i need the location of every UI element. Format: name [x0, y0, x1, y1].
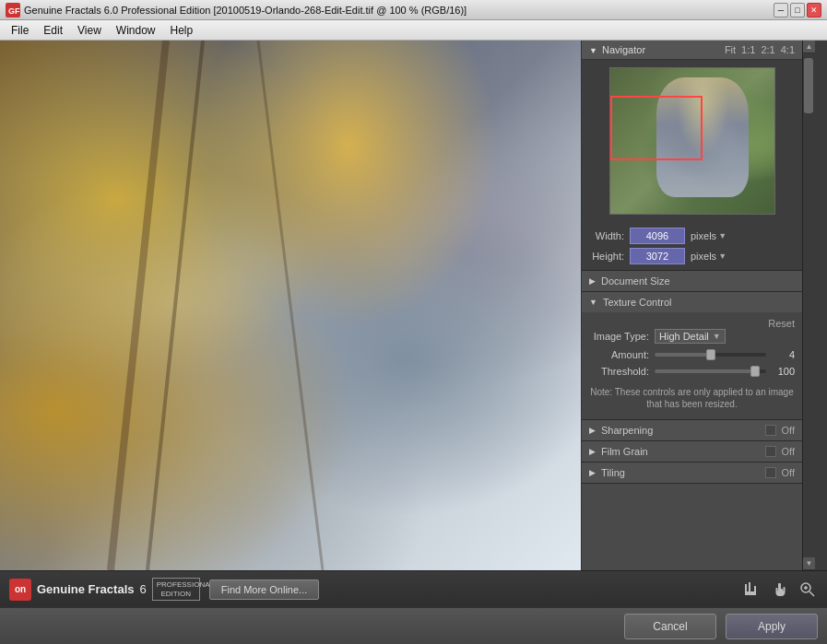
cancel-button[interactable]: Cancel — [624, 614, 716, 639]
sharpening-status: Off — [782, 425, 795, 436]
film-grain-status: Off — [782, 446, 795, 457]
document-size-icon: ▶ — [589, 276, 596, 286]
amount-slider[interactable] — [655, 353, 766, 357]
hand-icon[interactable] — [770, 580, 790, 600]
action-bar: Cancel Apply — [0, 607, 827, 644]
menu-window[interactable]: Window — [109, 22, 163, 39]
sharpening-title: Sharpening — [601, 425, 765, 436]
close-button[interactable]: ✕ — [807, 3, 821, 18]
brand-version: 6 — [139, 582, 146, 596]
texture-control-header[interactable]: ▼ Texture Control — [582, 292, 802, 312]
zoom-icon[interactable] — [797, 580, 818, 600]
zoom-2-1[interactable]: 2:1 — [761, 44, 774, 55]
threshold-label: Threshold: — [589, 366, 649, 377]
film-grain-toggle[interactable] — [765, 446, 776, 457]
menu-help[interactable]: Help — [163, 22, 201, 39]
document-size-header[interactable]: ▶ Document Size — [582, 271, 802, 291]
right-panel: ▼ Navigator Fit 1:1 2:1 4:1 Width: — [581, 41, 802, 570]
film-grain-icon: ▶ — [589, 447, 596, 456]
svg-text:GF: GF — [8, 6, 20, 16]
maximize-button[interactable]: □ — [790, 3, 805, 18]
tiling-section: ▶ Tiling Off — [582, 463, 802, 484]
reset-button[interactable]: Reset — [768, 318, 795, 329]
scroll-up-arrow[interactable]: ▲ — [803, 41, 815, 53]
width-label: Width: — [589, 230, 624, 241]
texture-control-title: Texture Control — [603, 297, 795, 308]
crop-icon[interactable] — [742, 580, 762, 600]
sharpening-section: ▶ Sharpening Off — [582, 420, 802, 441]
apply-button[interactable]: Apply — [726, 614, 818, 639]
window-title: Genuine Fractals 6.0 Professional Editio… — [24, 5, 774, 16]
threshold-thumb — [750, 366, 760, 377]
menu-edit[interactable]: Edit — [36, 22, 70, 39]
texture-control-section: ▼ Texture Control Reset Image Type: High… — [582, 292, 802, 420]
texture-note: Note: These controls are only applied to… — [589, 382, 795, 414]
navigator-collapse-icon: ▼ — [589, 46, 597, 53]
amount-thumb — [706, 349, 715, 360]
scroll-track[interactable] — [803, 53, 815, 557]
scroll-down-arrow[interactable]: ▼ — [803, 557, 815, 570]
sharpening-icon: ▶ — [589, 426, 596, 435]
main-layout: ▼ Navigator Fit 1:1 2:1 4:1 Width: — [0, 41, 827, 570]
image-type-arrow: ▼ — [713, 332, 721, 341]
minimize-button[interactable]: ─ — [774, 3, 788, 18]
edition-badge: PROFESSIONAL EDITION — [152, 578, 200, 601]
amount-label: Amount: — [589, 349, 649, 360]
zoom-1-1[interactable]: 1:1 — [741, 44, 755, 55]
svg-line-4 — [258, 41, 323, 570]
thumbnail-bird — [656, 77, 749, 197]
brand-logo: on Genuine Fractals 6 PROFESSIONAL EDITI… — [9, 578, 200, 601]
scroll-thumb — [804, 58, 813, 113]
width-unit: pixels ▼ — [691, 230, 727, 241]
width-row: Width: pixels ▼ — [589, 228, 795, 244]
navigator-zoom-options: Fit 1:1 2:1 4:1 — [725, 44, 795, 55]
tiling-header[interactable]: ▶ Tiling Off — [582, 463, 802, 483]
height-unit: pixels ▼ — [691, 251, 727, 262]
height-row: Height: pixels ▼ — [589, 248, 795, 264]
navigator-thumbnail-area — [582, 60, 802, 222]
document-size-title: Document Size — [601, 275, 795, 287]
sharpening-toggle[interactable] — [765, 425, 776, 436]
menu-view[interactable]: View — [70, 22, 109, 39]
window-controls: ─ □ ✕ — [774, 3, 821, 18]
height-input[interactable] — [630, 248, 685, 264]
bottom-toolbar: on Genuine Fractals 6 PROFESSIONAL EDITI… — [0, 570, 827, 607]
edition-line2: EDITION — [157, 590, 195, 599]
threshold-slider[interactable] — [655, 369, 766, 373]
image-type-label: Image Type: — [589, 331, 649, 342]
menubar: File Edit View Window Help — [0, 20, 827, 41]
tiling-controls: Off — [765, 467, 795, 478]
svg-line-6 — [809, 591, 814, 596]
zoom-4-1[interactable]: 4:1 — [781, 44, 795, 55]
threshold-row: Threshold: 100 — [589, 366, 795, 377]
titlebar: GF Genuine Fractals 6.0 Professional Edi… — [0, 0, 827, 20]
texture-collapse-icon: ▼ — [589, 298, 597, 307]
film-grain-section: ▶ Film Grain Off — [582, 441, 802, 463]
width-input[interactable] — [630, 228, 685, 244]
navigator-title: Navigator — [602, 44, 725, 55]
zoom-fit[interactable]: Fit — [725, 44, 736, 55]
film-grain-header[interactable]: ▶ Film Grain Off — [582, 441, 802, 462]
amount-value: 4 — [772, 349, 795, 360]
image-type-row: Image Type: High Detail ▼ — [589, 329, 795, 344]
navigator-header: ▼ Navigator Fit 1:1 2:1 4:1 — [582, 41, 802, 60]
sharpening-header[interactable]: ▶ Sharpening Off — [582, 420, 802, 440]
image-type-dropdown[interactable]: High Detail ▼ — [655, 329, 726, 344]
height-label: Height: — [589, 251, 624, 262]
menu-file[interactable]: File — [4, 22, 36, 39]
tiling-icon: ▶ — [589, 468, 596, 477]
edition-line1: PROFESSIONAL — [157, 580, 195, 590]
tiling-toggle[interactable] — [765, 467, 776, 478]
brand-name: Genuine Fractals — [37, 582, 134, 596]
image-canvas — [0, 41, 581, 570]
find-online-button[interactable]: Find More Online... — [209, 580, 320, 600]
tool-icons — [742, 580, 818, 600]
tiling-title: Tiling — [601, 467, 765, 478]
tiling-status: Off — [782, 467, 795, 478]
width-unit-arrow[interactable]: ▼ — [718, 231, 727, 240]
navigator-section: ▼ Navigator Fit 1:1 2:1 4:1 Width: — [582, 41, 802, 271]
app-icon: GF — [6, 3, 20, 18]
height-unit-arrow[interactable]: ▼ — [718, 252, 727, 261]
thumbnail-container[interactable] — [609, 67, 775, 215]
film-grain-controls: Off — [765, 446, 795, 457]
